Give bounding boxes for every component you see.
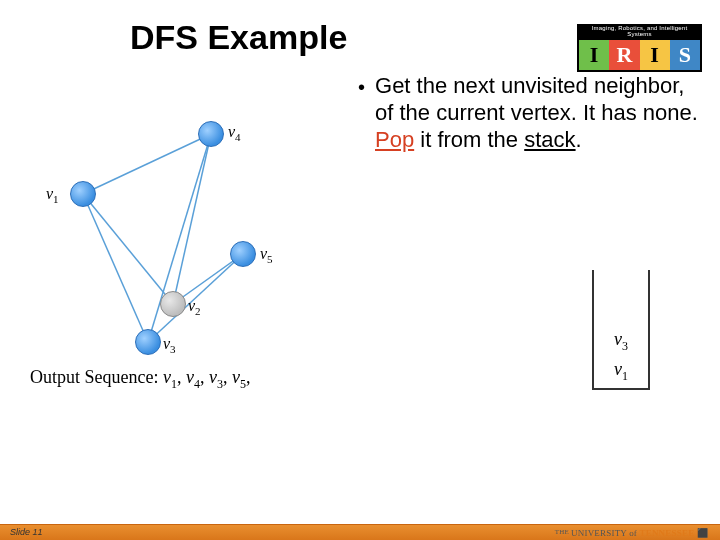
bullet-item: • Get the next unvisited neighbor, of th… — [358, 73, 700, 153]
bullet-mid: it from the — [414, 127, 524, 152]
stack-diagram: v3v1 — [592, 270, 650, 390]
bullet-pre: Get the next unvisited neighbor, of the … — [375, 73, 698, 125]
svg-line-3 — [173, 134, 211, 304]
vertex-label-v1: v1 — [46, 185, 59, 205]
graph-canvas: v1v2v3v4v5 — [30, 81, 330, 361]
vertex-v5 — [230, 241, 256, 267]
stack-word: stack — [524, 127, 575, 152]
logo-caption: Imaging, Robotics, and Intelligent Syste… — [577, 24, 702, 38]
pop-word: Pop — [375, 127, 414, 152]
ut-icon: ⬛ — [697, 528, 708, 538]
logo-letter-s: S — [670, 40, 700, 70]
vertex-v2 — [160, 291, 186, 317]
stack-cell: v1 — [614, 359, 628, 384]
univ-university: UNIVERSITY — [571, 528, 627, 538]
bullet-text: Get the next unvisited neighbor, of the … — [375, 73, 700, 153]
bullet-mark: • — [358, 73, 365, 153]
svg-line-2 — [83, 134, 211, 194]
logo-letters: I R I S — [577, 38, 702, 72]
output-sequence: Output Sequence: v1, v4, v3, v5, — [30, 367, 250, 392]
vertex-label-v5: v5 — [260, 245, 273, 265]
vertex-label-v2: v2 — [188, 297, 201, 317]
bullet-panel: • Get the next unvisited neighbor, of th… — [358, 67, 700, 427]
vertex-label-v3: v3 — [163, 335, 176, 355]
university-mark: THE UNIVERSITY of TENNESSEE ⬛ — [555, 528, 708, 538]
graph-edges — [30, 81, 330, 371]
univ-of: of — [627, 528, 640, 538]
vertex-v4 — [198, 121, 224, 147]
vertex-v3 — [135, 329, 161, 355]
svg-line-1 — [83, 194, 148, 342]
bullet-post: . — [576, 127, 582, 152]
logo-letter-r: R — [609, 40, 639, 70]
logo-letter-i2: I — [640, 40, 670, 70]
univ-the: THE — [555, 528, 571, 536]
stack-cell: v3 — [614, 329, 628, 354]
univ-tennessee: TENNESSEE — [640, 528, 695, 538]
graph-panel: v1v2v3v4v5 Output Sequence: v1, v4, v3, … — [30, 67, 350, 427]
vertex-v1 — [70, 181, 96, 207]
footer: Slide 11 THE UNIVERSITY of TENNESSEE ⬛ — [0, 524, 720, 540]
logo-letter-i1: I — [579, 40, 609, 70]
slide-number: Slide 11 — [10, 527, 43, 537]
vertex-label-v4: v4 — [228, 123, 241, 143]
iris-logo: Imaging, Robotics, and Intelligent Syste… — [577, 24, 702, 69]
svg-line-0 — [83, 194, 173, 304]
